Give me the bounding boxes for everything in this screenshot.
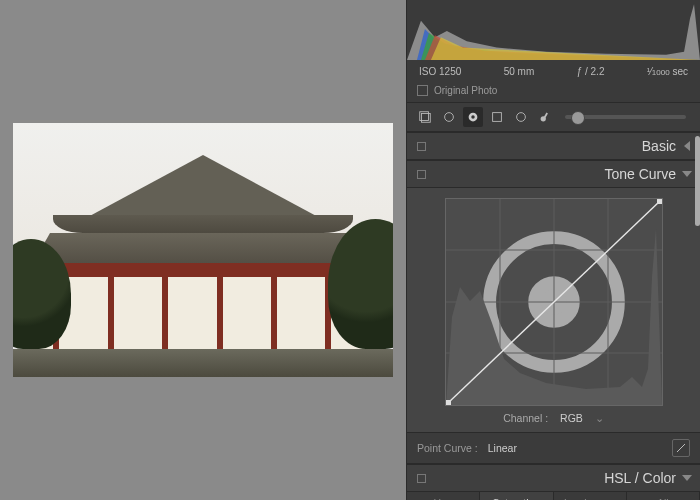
- svg-rect-8: [544, 113, 548, 118]
- dropdown-icon: ⌄: [595, 412, 604, 424]
- point-curve-value[interactable]: Linear: [488, 442, 517, 454]
- graduated-tool[interactable]: [487, 107, 507, 127]
- expand-icon: [682, 475, 692, 481]
- tonecurve-title: Tone Curve: [604, 166, 676, 182]
- exif-row: ISO 1250 50 mm ƒ / 2.2 ¹⁄1000 sec: [407, 62, 700, 81]
- channel-row[interactable]: Channel : RGB ⌄: [423, 406, 684, 424]
- channel-value[interactable]: RGB: [560, 412, 583, 424]
- develop-panel: ISO 1250 50 mm ƒ / 2.2 ¹⁄1000 sec Origin…: [406, 0, 700, 500]
- basic-header[interactable]: Basic: [407, 132, 700, 160]
- svg-rect-18: [446, 400, 451, 405]
- exif-iso: ISO 1250: [419, 66, 461, 77]
- crop-tool[interactable]: [415, 107, 435, 127]
- point-curve-row[interactable]: Point Curve : Linear: [407, 432, 700, 464]
- original-label: Original Photo: [434, 85, 497, 96]
- spot-tool[interactable]: [439, 107, 459, 127]
- slider-thumb[interactable]: [571, 111, 585, 125]
- basic-title: Basic: [642, 138, 676, 154]
- tab-all[interactable]: All: [627, 492, 700, 500]
- svg-rect-19: [657, 199, 662, 204]
- exif-shutter: ¹⁄1000 sec: [647, 66, 688, 77]
- preview-photo: [13, 123, 393, 377]
- checkbox-icon: [417, 85, 428, 96]
- tab-luminance[interactable]: Luminance: [554, 492, 627, 500]
- brush-tool[interactable]: [535, 107, 555, 127]
- panel-switch-icon[interactable]: [417, 170, 426, 179]
- radial-tool[interactable]: [511, 107, 531, 127]
- original-photo-toggle[interactable]: Original Photo: [407, 81, 700, 103]
- tab-hue[interactable]: Hue: [407, 492, 480, 500]
- histogram[interactable]: [407, 0, 700, 62]
- tone-curve-graph[interactable]: [445, 198, 663, 406]
- collapse-icon: [684, 141, 690, 151]
- tonecurve-header[interactable]: Tone Curve: [407, 160, 700, 188]
- svg-point-4: [471, 115, 475, 119]
- tonecurve-body: Channel : RGB ⌄: [407, 188, 700, 432]
- curve-mode-icon[interactable]: [672, 439, 690, 457]
- hsl-tabs: Hue Saturation Luminance All: [407, 492, 700, 500]
- channel-label: Channel :: [503, 412, 548, 424]
- svg-point-2: [445, 113, 454, 122]
- image-canvas[interactable]: [0, 0, 406, 500]
- panel-switch-icon[interactable]: [417, 474, 426, 483]
- svg-rect-5: [493, 113, 502, 122]
- expand-icon: [682, 171, 692, 177]
- point-curve-label: Point Curve :: [417, 442, 478, 454]
- redeye-tool[interactable]: [463, 107, 483, 127]
- tool-slider[interactable]: [565, 115, 686, 119]
- tab-saturation[interactable]: Saturation: [480, 492, 553, 500]
- exif-focal: 50 mm: [504, 66, 535, 77]
- svg-point-6: [517, 113, 526, 122]
- exif-aperture: ƒ / 2.2: [577, 66, 605, 77]
- panel-switch-icon[interactable]: [417, 142, 426, 151]
- tool-strip: [407, 103, 700, 132]
- hsl-header[interactable]: HSL / Color: [407, 464, 700, 492]
- hsl-title: HSL / Color: [604, 470, 676, 486]
